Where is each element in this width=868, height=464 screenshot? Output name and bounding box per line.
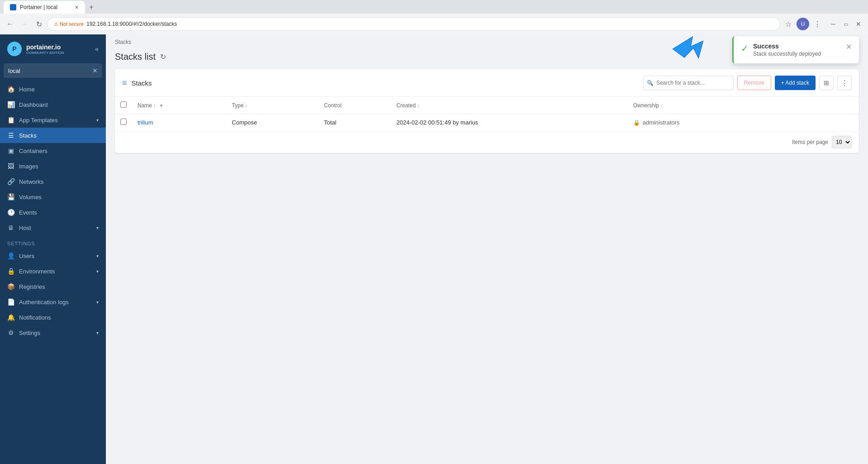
- bookmark-button[interactable]: ☆: [782, 18, 795, 30]
- th-name: Name ↕ ▼: [132, 97, 227, 114]
- browser-tab[interactable]: Portainer | local ✕: [4, 1, 85, 14]
- created-sort-icon[interactable]: ↕: [417, 103, 419, 108]
- select-all-checkbox[interactable]: [120, 101, 127, 108]
- sidebar-item-registries[interactable]: 📦 Registries: [0, 279, 106, 294]
- nav-container: 🏠 Home 📊 Dashboard 📋 App Templates ▾☰ St…: [0, 81, 106, 235]
- sidebar-item-label: Dashboard: [19, 101, 48, 108]
- sidebar-item-networks[interactable]: 🔗 Networks: [0, 174, 106, 189]
- minimize-button[interactable]: ─: [827, 18, 839, 30]
- search-input[interactable]: [643, 76, 734, 90]
- name-sort-icon[interactable]: ↕: [153, 103, 156, 108]
- sidebar-item-label: Settings: [19, 330, 40, 336]
- settings-icon: ⚙: [7, 329, 14, 336]
- select-all-header: [115, 97, 132, 114]
- profile-button[interactable]: U: [797, 18, 809, 30]
- chevron-icon: ▾: [96, 254, 99, 258]
- tab-favicon: [10, 4, 16, 10]
- restore-button[interactable]: ▭: [840, 18, 852, 30]
- table-footer: Items per page 10 25 50: [115, 131, 859, 153]
- events-icon: 🕐: [7, 209, 14, 216]
- sidebar-item-events[interactable]: 🕐 Events: [0, 205, 106, 220]
- th-type: Type ↕: [227, 97, 319, 114]
- chevron-icon: ▾: [96, 225, 99, 230]
- new-tab-btn[interactable]: +: [85, 1, 98, 14]
- type-sort-icon[interactable]: ↕: [245, 103, 247, 108]
- sidebar-item-app-templates[interactable]: 📋 App Templates ▾: [0, 112, 106, 128]
- toast-message: Stack successfully deployed: [753, 51, 838, 57]
- sidebar-item-auth-logs[interactable]: 📄 Authentication logs ▾: [0, 294, 106, 310]
- sidebar-item-volumes[interactable]: 💾 Volumes: [0, 189, 106, 205]
- sidebar-item-dashboard[interactable]: 📊 Dashboard: [0, 97, 106, 112]
- notifications-icon: 🔔: [7, 314, 14, 321]
- env-item-local[interactable]: local ✕: [4, 63, 102, 78]
- chevron-icon: ▾: [96, 269, 99, 274]
- sidebar-item-environments[interactable]: 🔒 Environments ▾: [0, 263, 106, 279]
- row-ownership-cell: 🔒 administrators: [628, 114, 859, 131]
- sidebar-item-host[interactable]: 🖥 Host ▾: [0, 220, 106, 235]
- env-close-icon[interactable]: ✕: [92, 67, 98, 74]
- toast-title: Success: [753, 43, 838, 50]
- close-button[interactable]: ✕: [853, 18, 864, 30]
- sidebar-item-containers[interactable]: ▣ Containers: [0, 143, 106, 158]
- sidebar-item-label: Host: [19, 225, 31, 231]
- registries-icon: 📦: [7, 283, 14, 290]
- insecure-label: ⚠ Not secure: [54, 21, 84, 27]
- sidebar-item-images[interactable]: 🖼 Images: [0, 158, 106, 174]
- items-per-page-label: Items per page: [792, 139, 828, 145]
- browser-tab-bar: Portainer | local ✕ +: [0, 0, 868, 14]
- dashboard-icon: 📊: [7, 101, 14, 108]
- sidebar-header: P portainer.io COMMUNITY EDITION «: [0, 34, 106, 63]
- th-ownership: Ownership ↕: [628, 97, 859, 114]
- sidebar-item-label: Environments: [19, 268, 55, 275]
- chevron-icon: ▾: [96, 300, 99, 305]
- add-stack-button[interactable]: + Add stack: [775, 76, 816, 90]
- sidebar-item-settings[interactable]: ⚙ Settings ▾: [0, 325, 106, 340]
- home-icon: 🏠: [7, 86, 14, 93]
- menu-button[interactable]: ⋮: [811, 18, 824, 30]
- row-control-cell: Total: [318, 114, 391, 131]
- tab-close-icon[interactable]: ✕: [75, 5, 79, 10]
- url-bar[interactable]: ⚠ Not secure 192.168.1.18:9000/#!/2/dock…: [47, 17, 780, 31]
- more-options-button[interactable]: ⋮: [837, 76, 852, 90]
- sidebar-item-users[interactable]: 👤 Users ▾: [0, 248, 106, 263]
- url-text: 192.168.1.18:9000/#!/2/docker/stacks: [86, 21, 177, 27]
- environments-icon: 🔒: [7, 268, 14, 275]
- back-button[interactable]: ←: [4, 18, 16, 30]
- stack-link[interactable]: trilium: [138, 119, 153, 126]
- table-header-row: Name ↕ ▼ Type ↕ Control Created: [115, 97, 859, 114]
- volumes-icon: 💾: [7, 193, 14, 201]
- reload-button[interactable]: ↻: [33, 18, 45, 30]
- sidebar-item-label: Home: [19, 86, 35, 93]
- filter-icon[interactable]: ▼: [159, 103, 164, 108]
- chevron-icon: ▾: [96, 118, 99, 123]
- sidebar-item-label: Networks: [19, 178, 43, 185]
- window-controls: ─ ▭ ✕: [827, 18, 864, 30]
- stacks-table: Name ↕ ▼ Type ↕ Control Created: [115, 97, 859, 131]
- ownership-name: administrators: [643, 119, 680, 126]
- sidebar-collapse-icon[interactable]: «: [95, 45, 99, 53]
- search-wrapper: 🔍: [643, 76, 734, 90]
- sidebar-item-label: Containers: [19, 148, 47, 154]
- sidebar-item-label: Images: [19, 163, 38, 170]
- images-icon: 🖼: [7, 163, 14, 170]
- th-control: Control: [318, 97, 391, 114]
- row-checkbox[interactable]: [120, 119, 127, 125]
- tab-title: Portainer | local: [20, 4, 71, 10]
- toast-close-icon[interactable]: ✕: [846, 43, 852, 51]
- remove-button[interactable]: Remove: [737, 76, 771, 90]
- toast: ✓ Success Stack successfully deployed ✕: [732, 36, 859, 63]
- columns-toggle-button[interactable]: ⊞: [819, 76, 834, 90]
- items-per-page-select[interactable]: 10 25 50: [832, 136, 852, 148]
- sidebar: P portainer.io COMMUNITY EDITION « local…: [0, 34, 106, 464]
- sidebar-item-label: Volumes: [19, 194, 42, 201]
- sidebar-item-notifications[interactable]: 🔔 Notifications: [0, 310, 106, 325]
- sidebar-item-stacks[interactable]: ☰ Stacks: [0, 128, 106, 143]
- forward-button[interactable]: →: [18, 18, 31, 30]
- row-created-cell: 2024-02-02 00:51:49 by marius: [391, 114, 627, 131]
- ownership-sort-icon[interactable]: ↕: [660, 103, 663, 108]
- toast-icon: ✓: [741, 43, 749, 54]
- refresh-icon[interactable]: ↻: [160, 53, 166, 61]
- sidebar-item-home[interactable]: 🏠 Home: [0, 81, 106, 97]
- card-title-text: Stacks: [132, 79, 152, 87]
- chevron-icon: ▾: [96, 330, 99, 335]
